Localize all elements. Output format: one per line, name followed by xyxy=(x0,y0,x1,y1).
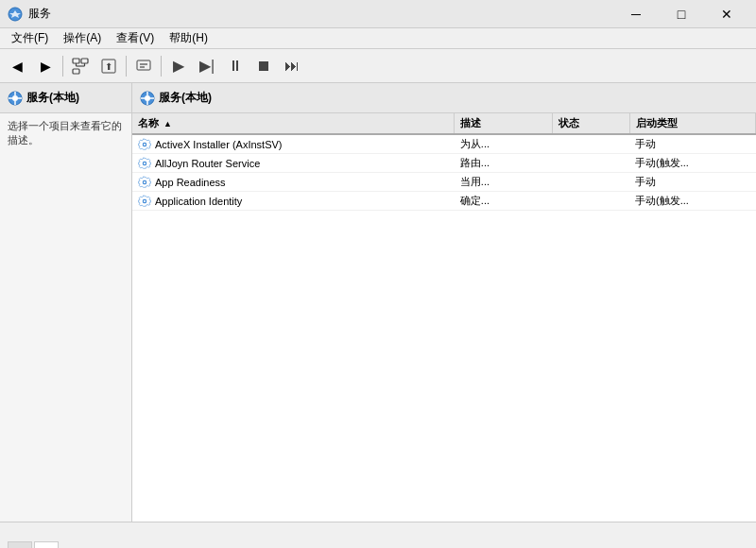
toolbar-separator-2 xyxy=(126,56,127,77)
bottom-tabs xyxy=(0,522,756,548)
menu-bar: 文件(F)操作(A)查看(V)帮助(H) xyxy=(0,28,756,49)
services-list: 名称 ▲ 描述 状态 启动类型 xyxy=(132,113,756,211)
menu-item-查看V[interactable]: 查看(V) xyxy=(109,28,162,48)
maximize-button[interactable]: □ xyxy=(660,0,703,28)
svg-point-23 xyxy=(144,199,146,201)
svg-point-15 xyxy=(145,95,150,101)
title-controls: ─ □ ✕ xyxy=(614,0,748,28)
svg-rect-9 xyxy=(137,60,150,70)
svg-text:⬆: ⬆ xyxy=(105,61,112,72)
sort-arrow: ▲ xyxy=(163,119,172,128)
table-row[interactable]: ActiveX Installer (AxInstSV)为从...手动 xyxy=(132,134,756,154)
left-panel-header: 服务(本地) xyxy=(0,83,131,113)
left-panel: 服务(本地) 选择一个项目来查看它的描述。 xyxy=(0,83,132,522)
menu-item-帮助H[interactable]: 帮助(H) xyxy=(162,28,215,48)
tab-extend[interactable] xyxy=(8,541,32,548)
col-startup[interactable]: 启动类型 xyxy=(629,113,755,134)
more-actions-button[interactable]: ⏭ xyxy=(279,53,305,79)
main-content: 服务(本地) 选择一个项目来查看它的描述。 服务(本地) 名称 ▲ xyxy=(0,83,756,522)
table-row[interactable]: Application Identity确定...手动(触发... xyxy=(132,192,756,211)
close-button[interactable]: ✕ xyxy=(705,0,748,28)
right-panel: 服务(本地) 名称 ▲ 描述 状态 xyxy=(132,83,756,522)
tab-standard[interactable] xyxy=(34,541,59,548)
svg-rect-2 xyxy=(81,59,88,63)
forward-button[interactable]: ▶ xyxy=(32,53,59,79)
toolbar: ◀ ▶ ⬆ ▶ ▶| ⏸ ⏹ ⏭ xyxy=(0,49,756,83)
right-panel-icon xyxy=(140,91,155,106)
col-name[interactable]: 名称 ▲ xyxy=(132,113,455,134)
services-table[interactable]: 名称 ▲ 描述 状态 启动类型 xyxy=(132,113,756,522)
svg-point-17 xyxy=(144,143,146,145)
menu-item-操作A[interactable]: 操作(A) xyxy=(56,28,109,48)
toolbar-separator-3 xyxy=(161,56,162,77)
left-panel-title: 服务(本地) xyxy=(26,90,79,106)
menu-item-文件F[interactable]: 文件(F) xyxy=(4,28,56,48)
app-icon xyxy=(8,7,23,22)
services-local-icon xyxy=(8,91,23,106)
title-bar: 服务 ─ □ ✕ xyxy=(0,0,756,28)
table-row[interactable]: App Readiness当用...手动 xyxy=(132,173,756,192)
svg-point-21 xyxy=(144,180,146,182)
col-status[interactable]: 状态 xyxy=(553,113,630,134)
col-desc[interactable]: 描述 xyxy=(455,113,553,134)
pause-service-button[interactable]: ▶| xyxy=(194,53,220,79)
svg-rect-3 xyxy=(73,69,79,74)
left-panel-hint: 选择一个项目来查看它的描述。 xyxy=(8,120,122,146)
svg-point-19 xyxy=(144,162,146,163)
show-hide-console-button[interactable] xyxy=(130,53,157,79)
restart-service-button[interactable]: ⏹ xyxy=(250,53,277,79)
left-panel-body: 选择一个项目来查看它的描述。 xyxy=(0,113,131,522)
services-rows: ActiveX Installer (AxInstSV)为从...手动 AllJ… xyxy=(132,134,756,211)
table-header: 名称 ▲ 描述 状态 启动类型 xyxy=(132,113,756,134)
minimize-button[interactable]: ─ xyxy=(614,0,658,28)
start-service-button[interactable]: ▶ xyxy=(165,53,192,79)
stop-service-button[interactable]: ⏸ xyxy=(222,53,249,79)
toolbar-separator-1 xyxy=(62,56,63,77)
show-scope-tree-button[interactable] xyxy=(67,53,94,79)
up-button[interactable]: ⬆ xyxy=(95,53,122,79)
right-panel-title: 服务(本地) xyxy=(159,90,212,106)
back-button[interactable]: ◀ xyxy=(4,53,30,79)
window-title: 服务 xyxy=(28,6,51,22)
table-row[interactable]: AllJoyn Router Service路由...手动(触发... xyxy=(132,154,756,173)
svg-point-13 xyxy=(12,95,18,101)
svg-rect-1 xyxy=(73,59,79,63)
right-panel-header: 服务(本地) xyxy=(132,83,756,113)
